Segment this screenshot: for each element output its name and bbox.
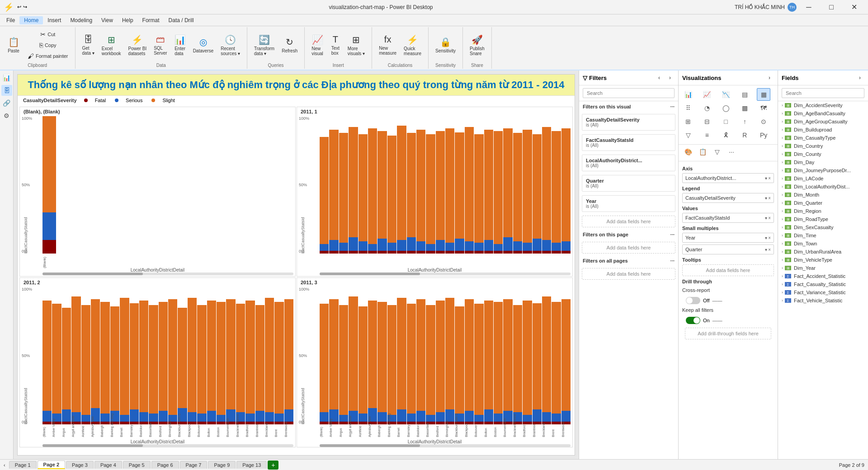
q2-scrollbar[interactable]: [320, 273, 571, 275]
viz-ribbon[interactable]: 🎗: [719, 129, 733, 141]
viz-keepfilters-toggle[interactable]: [686, 317, 700, 324]
filter-casualty-severity[interactable]: CasualtyDetailSeverity is (All): [582, 114, 675, 131]
copy-button[interactable]: ⎘ Copy: [24, 40, 71, 50]
page-tab-13[interactable]: Page 13: [236, 461, 267, 469]
field-group-fact-accident-statistic[interactable]: › Σ Fact_Accident_Statistic: [778, 272, 868, 280]
excel-button[interactable]: ⊞ Excelworkbook: [99, 29, 124, 61]
field-group-dim-county[interactable]: › ⊞ Dim_County: [778, 150, 868, 158]
field-group-dim-accidentseverity[interactable]: › ⊞ Dim_AccidentSeverity: [778, 101, 868, 109]
field-group-dim-journeypurposedr---[interactable]: › ⊞ Dim_JourneyPurposeDr...: [778, 166, 868, 174]
viz-sm-quarter-down[interactable]: ▾: [765, 247, 767, 252]
page-tab-3[interactable]: Page 3: [66, 461, 94, 469]
close-button[interactable]: ✕: [844, 0, 864, 14]
fields-search-input[interactable]: [782, 88, 864, 98]
viz-100-stacked-bar[interactable]: ▦: [757, 88, 770, 101]
more-visuals-button[interactable]: ⊞ Morevisuals ▾: [344, 29, 368, 61]
viz-table[interactable]: ⊞: [681, 115, 695, 128]
sql-server-button[interactable]: 🗃 SQLServer: [151, 29, 170, 61]
get-data-button[interactable]: 🗄 Getdata ▾: [79, 29, 98, 61]
viz-legend-field[interactable]: CasualtyDetailSeverity ▾ ×: [682, 193, 774, 203]
viz-axis-field[interactable]: LocalAuthorityDistrict... ▾ ×: [682, 173, 774, 183]
field-group-dim-region[interactable]: › ⊞ Dim_Region: [778, 207, 868, 215]
publish-button[interactable]: 🚀 PublishSnare: [467, 29, 488, 61]
add-data-visual-button[interactable]: Add data fields here: [582, 216, 675, 227]
q4-scrollbar[interactable]: [320, 444, 571, 447]
page-tab-2[interactable]: Page 2: [38, 461, 65, 469]
format-painter-button[interactable]: 🖌 Format painter: [24, 51, 71, 61]
q1-scrollbar[interactable]: [42, 273, 293, 275]
cut-button[interactable]: ✂ Cut: [24, 29, 71, 39]
page-tab-6[interactable]: Page 6: [151, 461, 179, 469]
page-tab-1[interactable]: Page 1: [9, 461, 37, 469]
left-icon-model[interactable]: 🔗: [1, 98, 12, 108]
viz-more[interactable]: ···: [725, 146, 738, 158]
q3-scrollbar[interactable]: [42, 444, 293, 447]
field-group-dim-vehicletype[interactable]: › ⊞ Dim_VehicleType: [778, 256, 868, 264]
viz-kpi[interactable]: ↑: [738, 115, 751, 128]
field-group-dim-country[interactable]: › ⊞ Dim_Country: [778, 142, 868, 150]
viz-values-field-down[interactable]: ▾: [765, 216, 767, 221]
left-icon-report[interactable]: 📊: [1, 72, 12, 83]
text-box-button[interactable]: T Textbox: [327, 29, 344, 61]
add-data-allpages-button[interactable]: Add data fields here: [582, 268, 675, 280]
viz-treemap[interactable]: ▩: [738, 102, 751, 114]
filter-local-authority[interactable]: LocalAuthorityDistrict... is (All): [582, 155, 675, 171]
viz-sm-year-x[interactable]: ×: [768, 235, 771, 240]
menu-insert[interactable]: Insert: [43, 16, 66, 24]
viz-bar-chart[interactable]: 📊: [681, 88, 695, 101]
viz-filters-icon[interactable]: ▽: [710, 146, 724, 158]
viz-card[interactable]: □: [719, 115, 733, 128]
viz-tooltips-add[interactable]: Add data fields here: [682, 264, 774, 276]
filter-search-input[interactable]: [583, 88, 675, 98]
field-group-dim-year[interactable]: › ⊞ Dim_Year: [778, 264, 868, 272]
page-nav-left[interactable]: ‹: [4, 462, 5, 468]
field-group-dim-quarter[interactable]: › ⊞ Dim_Quarter: [778, 199, 868, 207]
fields-expand-icon[interactable]: ›: [855, 73, 864, 82]
menu-home[interactable]: Home: [19, 16, 43, 24]
page-tab-5[interactable]: Page 5: [123, 461, 151, 469]
quick-measure-button[interactable]: ⚡ Quickmeasure: [401, 29, 425, 61]
left-icon-format[interactable]: ⚙: [1, 110, 12, 121]
refresh-button[interactable]: ↻ Refresh: [278, 29, 301, 61]
viz-small-multiples-year[interactable]: Year ▾ ×: [682, 233, 774, 243]
field-group-dim-builduproad[interactable]: › ⊞ Dim_Builduproad: [778, 126, 868, 134]
maximize-button[interactable]: □: [821, 0, 842, 14]
recent-sources-button[interactable]: 🕓 Recentsources ▾: [217, 29, 243, 61]
powerbi-datasets-button[interactable]: ⚡ Power BIdatasets: [125, 29, 150, 61]
new-measure-button[interactable]: fx Newmeasure: [376, 29, 400, 61]
add-page-button[interactable]: +: [268, 461, 278, 470]
filters-on-page-more[interactable]: ···: [670, 232, 675, 237]
viz-crossreport-toggle[interactable]: [686, 297, 700, 304]
viz-values-field[interactable]: FactCasualtyStatsId ▾ ×: [682, 213, 774, 223]
viz-sm-quarter-x[interactable]: ×: [768, 247, 771, 252]
viz-drillthrough-add[interactable]: Add drill-through fields here: [685, 328, 771, 339]
viz-py-visual[interactable]: Py: [757, 129, 770, 141]
enter-data-button[interactable]: 📊 Enterdata: [171, 29, 189, 61]
filter-fact-casualty[interactable]: FactCasualtyStatsId is (All): [582, 134, 675, 151]
filters-forward-icon[interactable]: ›: [665, 73, 675, 82]
viz-area-chart[interactable]: 📉: [719, 88, 733, 101]
viz-scatter[interactable]: ⠿: [681, 102, 695, 114]
add-data-page-button[interactable]: Add data fields here: [582, 242, 675, 254]
viz-donut[interactable]: ◯: [719, 102, 733, 114]
page-tab-9[interactable]: Page 9: [208, 461, 236, 469]
viz-sm-year-down[interactable]: ▾: [765, 235, 767, 240]
window-controls-undo[interactable]: ↩ ↪: [17, 4, 27, 10]
page-tab-4[interactable]: Page 4: [94, 461, 122, 469]
page-tab-7[interactable]: Page 7: [180, 461, 208, 469]
viz-values-field-x[interactable]: ×: [768, 216, 771, 221]
field-group-dim-day[interactable]: › ⊞ Dim_Day: [778, 158, 868, 166]
field-group-fact-casualty-statistic[interactable]: › Σ Fact_Casualty_Statistic: [778, 280, 868, 288]
filters-all-pages-more[interactable]: ···: [670, 258, 675, 263]
filters-back-icon[interactable]: ‹: [655, 73, 664, 82]
field-group-dim-town[interactable]: › ⊞ Dim_Town: [778, 240, 868, 248]
field-group-dim-agebandcasualty[interactable]: › ⊞ Dim_AgeBandCasualty: [778, 109, 868, 118]
new-visual-button[interactable]: 📈 Newvisual: [308, 29, 326, 61]
field-group-dim-casualtytype[interactable]: › ⊞ Dim_CasualtyType: [778, 134, 868, 142]
field-group-dim-time[interactable]: › ⊞ Dim_Time: [778, 231, 868, 240]
field-group-dim-month[interactable]: › ⊞ Dim_Month: [778, 191, 868, 199]
viz-matrix[interactable]: ⊟: [700, 115, 714, 128]
sensitivity-button[interactable]: 🔒 Sensitivity: [432, 29, 459, 61]
viz-small-multiples-quarter[interactable]: Quarter ▾ ×: [682, 244, 774, 254]
menu-data-drill[interactable]: Data / Drill: [164, 16, 198, 24]
